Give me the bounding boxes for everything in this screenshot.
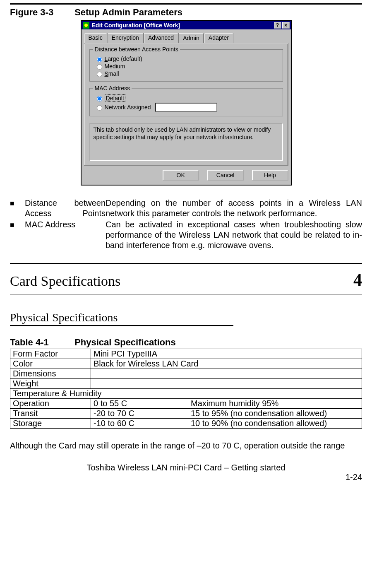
close-button[interactable]: ×: [282, 22, 290, 29]
table-cell: Temperature & Humidity: [10, 389, 362, 399]
table-row: Color Black for Wireless LAN Card: [10, 359, 362, 369]
tab-admin[interactable]: Admin: [178, 33, 204, 43]
dialog-button-row: OK Cancel Help: [82, 168, 291, 185]
cancel-button[interactable]: Cancel: [207, 170, 244, 181]
bullet-term: MAC Address: [25, 219, 106, 251]
table-cell: [91, 369, 362, 379]
table-cell: Form Factor: [10, 349, 91, 359]
page-number: 1-24: [10, 472, 362, 482]
figure-title: Setup Admin Parameters: [74, 7, 182, 17]
group-distance-legend: Distance between Access Points: [93, 46, 180, 53]
group-distance: Distance between Access Points Large (de…: [89, 49, 283, 82]
figure-label: Figure 3-3: [10, 7, 72, 18]
table-cell: -20 to 70 C: [91, 409, 188, 419]
help-title-button[interactable]: ?: [274, 22, 281, 29]
table-label: Table 4-1: [10, 337, 72, 348]
bullet-marker-icon: ■: [10, 219, 25, 251]
tab-row: Basic Encryption Advanced Admin Adapter: [82, 29, 291, 43]
figure-caption: Figure 3-3 Setup Admin Parameters: [10, 7, 362, 18]
section-number: 4: [353, 270, 362, 290]
table-cell: [91, 379, 362, 389]
spec-table: Form Factor Mini PCI TypeIIIA Color Blac…: [10, 349, 362, 429]
table-row: Operation 0 to 55 C Maximum humidity 95%: [10, 399, 362, 409]
section-rule-bottom: [10, 294, 362, 294]
dialog-titlebar[interactable]: Edit Configuration [Office Work] ? ×: [82, 21, 291, 29]
radio-large[interactable]: [97, 57, 102, 62]
table-cell: Black for Wireless LAN Card: [91, 359, 362, 369]
table-cell: 0 to 55 C: [91, 399, 188, 409]
bullet-desc: Can be activated in exceptional cases wh…: [106, 219, 362, 251]
info-text: This tab should only be used by LAN admi…: [94, 126, 271, 140]
bullet-item: ■ Distance between Access Points Dependi…: [10, 198, 362, 219]
table-cell: -10 to 60 C: [91, 419, 188, 429]
dialog-title: Edit Configuration [Office Work]: [92, 22, 273, 29]
tab-encryption[interactable]: Encryption: [107, 33, 144, 43]
radio-network[interactable]: [97, 105, 102, 111]
table-cell: Maximum humidity 95%: [188, 399, 362, 409]
subsection-heading: Physical Specifications: [10, 311, 233, 326]
tab-adapter[interactable]: Adapter: [204, 33, 233, 43]
section-title: Card Specifications: [10, 273, 120, 289]
bullet-term-l1: Distance between: [25, 198, 106, 207]
table-cell: 15 to 95% (no condensation allowed): [188, 409, 362, 419]
tab-panel-admin: Distance between Access Points Large (de…: [84, 43, 288, 166]
group-mac: MAC Address Default Network Assigned: [89, 88, 283, 116]
tab-advanced[interactable]: Advanced: [144, 33, 178, 43]
footer-text: Toshiba Wireless LAN mini-PCI Card – Get…: [10, 463, 362, 472]
table-cell: Transit: [10, 409, 91, 419]
screenshot-container: Edit Configuration [Office Work] ? × Bas…: [10, 20, 362, 186]
section-heading: Card Specifications 4: [10, 264, 362, 294]
ok-button[interactable]: OK: [163, 170, 199, 181]
table-cell: Color: [10, 359, 91, 369]
subsection-heading-wrap: Physical Specifications: [10, 311, 362, 326]
table-row: Dimensions: [10, 369, 362, 379]
bullet-term: Distance between Access Points: [25, 198, 106, 219]
bullet-marker-icon: ■: [10, 198, 25, 219]
table-cell: Weight: [10, 379, 91, 389]
radio-large-label: Large (default): [105, 55, 142, 62]
table-row: Transit -20 to 70 C 15 to 95% (no conden…: [10, 409, 362, 419]
info-panel: This tab should only be used by LAN admi…: [89, 123, 283, 161]
table-cell: Mini PCI TypeIIIA: [91, 349, 362, 359]
radio-small-label: Small: [105, 70, 119, 77]
table-cell: Storage: [10, 419, 91, 429]
table-row: Form Factor Mini PCI TypeIIIA: [10, 349, 362, 359]
help-button[interactable]: Help: [252, 170, 288, 181]
radio-medium[interactable]: [97, 64, 102, 70]
table-cell: 10 to 90% (no condensation allowed): [188, 419, 362, 429]
note-paragraph: Although the Card may still operate in t…: [10, 441, 362, 451]
rule-top: [10, 3, 362, 5]
dialog-window: Edit Configuration [Office Work] ? × Bas…: [81, 20, 292, 186]
mac-address-input[interactable]: [155, 103, 217, 112]
radio-default[interactable]: [97, 96, 102, 101]
bullet-term-l2: Access Points: [25, 209, 106, 218]
table-cell: Operation: [10, 399, 91, 409]
table-row: Weight: [10, 379, 362, 389]
table-cell: Dimensions: [10, 369, 91, 379]
tab-basic[interactable]: Basic: [84, 33, 107, 43]
table-row: Temperature & Humidity: [10, 389, 362, 399]
table-caption: Table 4-1 Physical Specifications: [10, 337, 362, 348]
bullet-list: ■ Distance between Access Points Dependi…: [10, 198, 362, 251]
app-icon: [83, 22, 89, 29]
table-row: Storage -10 to 60 C 10 to 90% (no conden…: [10, 419, 362, 429]
radio-default-label: Default: [105, 94, 125, 102]
table-title: Physical Specifications: [74, 337, 176, 347]
group-mac-legend: MAC Address: [93, 85, 132, 92]
bullet-item: ■ MAC Address Can be activated in except…: [10, 219, 362, 251]
radio-small[interactable]: [97, 72, 102, 77]
radio-network-label: Network Assigned: [105, 104, 151, 111]
radio-medium-label: Medium: [105, 63, 125, 70]
bullet-desc: Depending on the number of access points…: [106, 198, 362, 219]
